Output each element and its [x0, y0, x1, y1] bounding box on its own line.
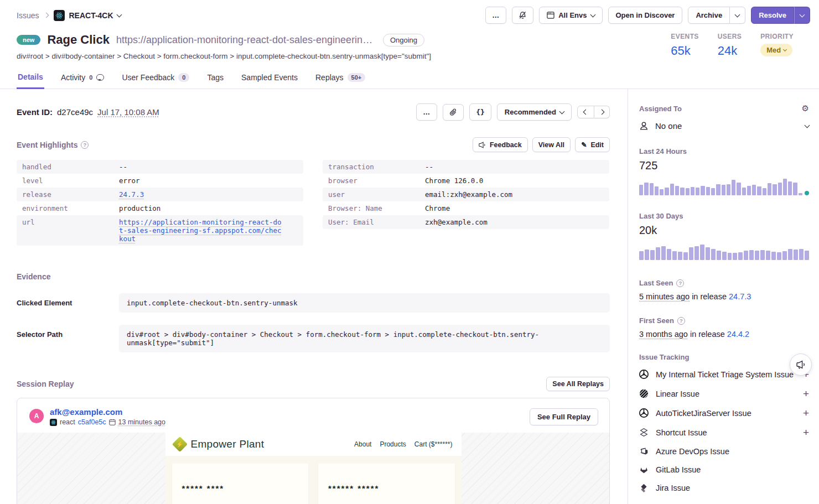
tab-details[interactable]: Details — [17, 68, 44, 89]
view-all-button[interactable]: View All — [532, 137, 571, 152]
release-link[interactable]: 24.7.3 — [119, 190, 144, 199]
archive-dropdown-button[interactable] — [730, 7, 745, 24]
priority-label: PRIORITY — [760, 33, 794, 40]
issue-header: new Rage Click https://application-monit… — [0, 24, 819, 60]
add-issue-button[interactable]: + — [803, 427, 809, 438]
table-row: handled-- — [17, 160, 303, 174]
open-in-discover-button[interactable]: Open in Discover — [608, 7, 683, 24]
tracking-item-label[interactable]: Shortcut Issue — [656, 428, 796, 437]
tracking-item-label[interactable]: Linear Issue — [656, 389, 796, 398]
chevron-right-icon — [44, 13, 49, 18]
tab-replays[interactable]: Replays50+ — [314, 68, 366, 89]
chart-bar — [793, 183, 797, 195]
tab-user-feedback[interactable]: User Feedback0 — [121, 68, 190, 89]
event-timestamp[interactable]: Jul 17, 10:08 AM — [97, 107, 159, 117]
chart-bar — [672, 251, 677, 260]
tab-replays-count: 50+ — [348, 73, 366, 82]
chart-bar — [701, 186, 704, 195]
chart-bar — [757, 186, 761, 195]
issue-tabs: Details Activity0 User Feedback0 Tags Sa… — [0, 68, 819, 89]
assignee-selector[interactable]: No one — [639, 121, 809, 131]
breadcrumb-issues-link[interactable]: Issues — [17, 11, 39, 20]
first-seen-time[interactable]: 3 months ago — [639, 330, 688, 339]
last-seen-time[interactable]: 5 minutes ago — [639, 292, 690, 301]
chart-bar — [744, 251, 748, 260]
view-json-button[interactable]: {} — [469, 103, 491, 121]
project-selector[interactable]: REACT-4CK — [54, 10, 121, 21]
more-options-button[interactable]: … — [485, 7, 506, 24]
tracking-item-label[interactable]: Jira Issue — [656, 484, 809, 492]
replay-card: A afk@example.com react c5af0e5c 13 minu — [17, 398, 610, 504]
resolve-button-group: Resolve — [751, 7, 810, 24]
session-replay-title: Session Replay — [17, 380, 74, 388]
resolve-dropdown-button[interactable] — [794, 7, 810, 24]
environment-filter-label: All Envs — [558, 11, 587, 19]
see-full-replay-button[interactable]: See Full Replay — [530, 408, 598, 425]
help-icon[interactable]: ? — [81, 141, 89, 149]
users-count[interactable]: 24k — [718, 44, 742, 58]
table-row: environmentproduction — [17, 201, 303, 215]
floating-feedback-button[interactable] — [790, 354, 812, 376]
kv-value: -- — [425, 163, 433, 171]
see-all-replays-button[interactable]: See All Replays — [546, 377, 610, 391]
list-item: GitLab Issue — [639, 460, 809, 479]
megaphone-icon — [479, 142, 486, 148]
last-seen-release-link[interactable]: 24.7.3 — [729, 292, 751, 301]
archive-button[interactable]: Archive — [688, 7, 730, 24]
copy-link-button[interactable] — [443, 104, 464, 121]
feedback-button[interactable]: Feedback — [473, 137, 528, 152]
jira-icon — [639, 483, 649, 492]
priority-selector[interactable]: Med — [760, 44, 792, 56]
replay-id-link[interactable]: c5af0e5c — [78, 418, 106, 426]
gear-icon[interactable]: ⚙ — [802, 103, 809, 113]
kv-value: Chrome — [425, 204, 450, 212]
tab-activity[interactable]: Activity0 — [60, 68, 105, 89]
events-count[interactable]: 65k — [671, 44, 698, 58]
table-row: levelerror — [17, 174, 303, 188]
chart-bar — [805, 251, 809, 260]
event-selector-dropdown[interactable]: Recommended — [497, 103, 572, 121]
add-issue-button[interactable]: + — [803, 408, 809, 418]
next-event-button[interactable] — [594, 106, 610, 118]
chart-bar — [788, 249, 792, 260]
breadcrumb: Issues REACT-4CK — [17, 10, 121, 21]
chart-bar — [655, 186, 659, 195]
chart-bar — [768, 183, 771, 195]
mute-notifications-button[interactable] — [512, 7, 533, 24]
add-issue-button[interactable]: + — [803, 388, 809, 399]
first-seen-release-link[interactable]: 24.4.2 — [727, 330, 749, 339]
tab-sampled-events[interactable]: Sampled Events — [240, 68, 299, 89]
tab-activity-count: 0 — [89, 74, 92, 81]
help-icon[interactable]: ? — [677, 317, 685, 325]
chart-bar — [749, 250, 754, 260]
tracking-item-label[interactable]: GitLab Issue — [656, 465, 809, 474]
url-link[interactable]: https://application-monitoring-react-dot… — [119, 218, 282, 243]
event-more-button[interactable]: … — [416, 103, 437, 121]
environment-filter-button[interactable]: All Envs — [539, 7, 602, 24]
status-badge[interactable]: Ongoing — [383, 34, 424, 46]
event-pager — [577, 106, 610, 118]
replay-user-link[interactable]: afk@example.com — [50, 407, 165, 417]
evidence-title: Evidence — [17, 272, 50, 281]
replay-time-ago[interactable]: 13 minutes ago — [118, 418, 165, 426]
tracking-item-label[interactable]: AutoTicketJiraServer Issue — [656, 409, 796, 418]
tracking-item-label[interactable]: Azure DevOps Issue — [656, 447, 809, 456]
help-icon[interactable]: ? — [676, 279, 684, 287]
issue-url: https://application-monitoring-react-dot… — [116, 34, 376, 46]
replay-viewport[interactable]: ⚡ Empower Plant About Products Cart ($**… — [17, 433, 609, 504]
chart-bar — [717, 251, 721, 260]
tab-tags[interactable]: Tags — [206, 68, 225, 89]
tracking-item-label[interactable]: My Internal Ticket Triage System Issue — [656, 370, 796, 379]
previous-event-button[interactable] — [577, 106, 594, 118]
resolve-button[interactable]: Resolve — [751, 7, 794, 24]
replay-page-preview: ⚡ Empower Plant About Products Cart ($**… — [165, 433, 462, 504]
chart-bar — [700, 245, 704, 261]
tab-replays-label: Replays — [315, 73, 344, 82]
chevron-right-icon — [599, 110, 605, 115]
replay-nav-about: About — [354, 440, 371, 448]
chart-bar — [763, 188, 766, 195]
last-24-hours-title: Last 24 Hours — [639, 147, 809, 155]
chart-bar — [639, 251, 644, 260]
chart-bar — [737, 183, 740, 195]
edit-button[interactable]: ✎ Edit — [575, 137, 610, 152]
